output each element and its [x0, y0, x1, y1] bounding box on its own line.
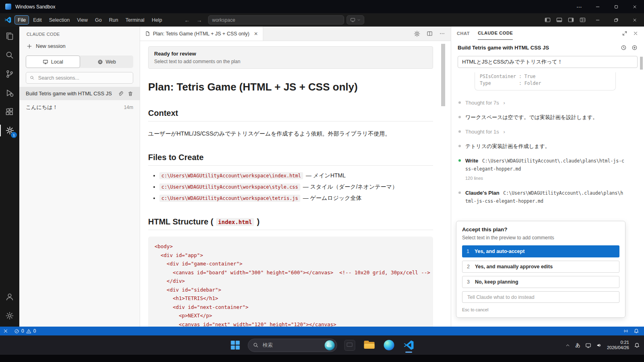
history-icon[interactable] [621, 45, 627, 51]
thought-entry[interactable]: Thought for 1s › [458, 128, 625, 136]
sidebar-item-search[interactable] [0, 45, 19, 64]
edge-icon [384, 340, 394, 350]
session-item[interactable]: Build Tetris game with HTML CSS JS [19, 87, 140, 100]
option-manual-approve[interactable]: 2 Yes, and manually approve edits [462, 261, 619, 273]
accept-plan-options: 1 Yes, and auto-accept 2 Yes, and manual… [462, 245, 619, 288]
option-keep-planning[interactable]: 3 No, keep planning [462, 276, 619, 288]
sidebar-item-accounts[interactable] [0, 287, 19, 306]
file-list-item: c:\Users\WDAGUtilityAccount\workspace\te… [159, 195, 433, 202]
tab-claude-code[interactable]: CLAUDE CODE [478, 27, 513, 40]
chevron-right-icon[interactable]: › [503, 129, 505, 135]
paperclip-icon[interactable] [118, 91, 123, 97]
local-tab[interactable]: Local [26, 56, 80, 68]
option-label: No, keep planning [475, 279, 518, 285]
bell-icon[interactable] [634, 328, 639, 334]
sandbox-minimize-button[interactable] [588, 0, 607, 13]
forward-arrow-icon[interactable]: → [196, 17, 202, 23]
tool-name: Write [465, 158, 478, 164]
panel-scrollbar-thumb[interactable] [640, 57, 643, 70]
session-item[interactable]: こんにちは！ 14m [19, 100, 140, 115]
editor-scrollbar-thumb[interactable] [441, 44, 445, 106]
remote-indicator[interactable] [0, 327, 11, 335]
broadcast-icon[interactable] [623, 328, 629, 334]
search-highlight-image[interactable] [325, 340, 335, 350]
customize-layout-button[interactable] [577, 13, 588, 27]
close-icon[interactable] [633, 31, 638, 36]
taskbar-edge[interactable] [382, 337, 396, 354]
user-message-box[interactable]: HTMLとJSとCSSのみでテトリス作って！ [458, 56, 638, 68]
menu-run[interactable]: Run [106, 15, 122, 25]
session-search[interactable] [26, 72, 133, 84]
sandbox-maximize-button[interactable] [607, 0, 625, 13]
command-center-secondary[interactable] [347, 15, 364, 25]
vscode-close-button[interactable] [625, 13, 644, 27]
claude-code-sidebar: CLAUDE CODE New session Local Web Build … [19, 27, 140, 327]
ime-indicator[interactable]: あ [575, 342, 580, 349]
taskbar-search-input[interactable] [262, 342, 322, 348]
new-session-button[interactable]: New session [19, 40, 140, 52]
more-actions-icon[interactable] [439, 31, 445, 37]
claude-icon[interactable] [414, 31, 420, 37]
sidebar-item-run-debug[interactable] [0, 83, 19, 102]
taskbar-search[interactable] [248, 339, 337, 352]
speaker-icon[interactable] [596, 342, 602, 348]
sandbox-titlebar: Windows Sandbox ⋯ [0, 0, 644, 13]
menu-edit[interactable]: Edit [30, 15, 45, 25]
new-session-label: New session [36, 43, 66, 49]
write-tool-entry[interactable]: Write C:\Users\WDAGUtilityAccount\.claud… [458, 157, 625, 182]
sandbox-close-button[interactable] [625, 0, 644, 13]
vscode-minimize-button[interactable] [588, 13, 607, 27]
review-banner-title: Ready for review [154, 51, 427, 57]
expand-icon[interactable] [622, 31, 627, 36]
taskbar-vscode[interactable] [402, 337, 416, 354]
back-arrow-icon[interactable]: ← [184, 17, 190, 23]
toggle-sidebar-button[interactable] [542, 13, 553, 27]
web-tab[interactable]: Web [80, 56, 134, 68]
menu-view[interactable]: View [74, 15, 91, 25]
option-auto-accept[interactable]: 1 Yes, and auto-accept [462, 245, 619, 257]
menu-selection[interactable]: Selection [46, 15, 73, 25]
start-button[interactable] [228, 337, 243, 354]
tab-chat[interactable]: CHAT [457, 27, 470, 40]
sandbox-more-button[interactable]: ⋯ [570, 0, 588, 13]
vscode-restore-button[interactable] [607, 13, 625, 27]
notification-bell-icon[interactable] [634, 342, 640, 348]
remote-icon [3, 328, 8, 334]
toggle-secondary-sidebar-button[interactable] [565, 13, 577, 27]
trash-icon[interactable] [128, 91, 133, 97]
claude-code-panel: CHAT CLAUDE CODE Build Tetris game with … [451, 27, 644, 327]
command-center[interactable]: workspace [208, 15, 344, 25]
screen-icon [350, 17, 355, 23]
menu-help[interactable]: Help [149, 15, 165, 25]
sidebar-item-extensions[interactable] [0, 102, 19, 121]
problems-indicator[interactable]: 0 0 [11, 327, 39, 335]
editor-scrollbar[interactable] [441, 43, 445, 324]
terminal-output-box[interactable]: PSIsContainer : True Type : Folder [475, 72, 616, 90]
menu-file[interactable]: File [14, 15, 29, 25]
tab-close-icon[interactable]: ✕ [254, 31, 258, 37]
taskbar-file-explorer[interactable] [362, 337, 377, 354]
menu-terminal[interactable]: Terminal [122, 15, 148, 25]
taskbar-clock[interactable]: 0:21 2026/04/26 [607, 340, 629, 351]
taskbar-dark-app[interactable] [343, 337, 357, 354]
sidebar-item-explorer[interactable] [0, 27, 19, 45]
session-search-input[interactable] [37, 75, 129, 81]
menu-go[interactable]: Go [92, 15, 105, 25]
toggle-panel-button[interactable] [553, 13, 565, 27]
chevron-up-icon[interactable] [565, 343, 570, 348]
chevron-right-icon[interactable]: › [503, 100, 505, 106]
thought-entry[interactable]: Thought for 7s › [458, 99, 625, 107]
new-session-icon[interactable] [632, 45, 638, 51]
display-icon[interactable] [585, 342, 591, 348]
split-editor-icon[interactable] [427, 31, 433, 37]
folder-icon [364, 341, 375, 350]
sidebar-item-source-control[interactable] [0, 64, 19, 83]
claude-plan-entry[interactable]: Claude's Plan C:\Users\WDAGUtilityAccoun… [458, 189, 625, 205]
assistant-message: テトリスの実装計画を作成します。 [458, 142, 625, 150]
sidebar-item-claude-code[interactable]: 1 [0, 121, 19, 140]
timeline-dot [458, 145, 461, 147]
editor-tab-plan[interactable]: Plan: Tetris Game (HTML + JS + CSS only)… [140, 27, 263, 41]
feedback-input[interactable] [466, 294, 615, 300]
vscode-titlebar-right [542, 13, 644, 27]
sidebar-item-settings[interactable] [0, 306, 19, 325]
